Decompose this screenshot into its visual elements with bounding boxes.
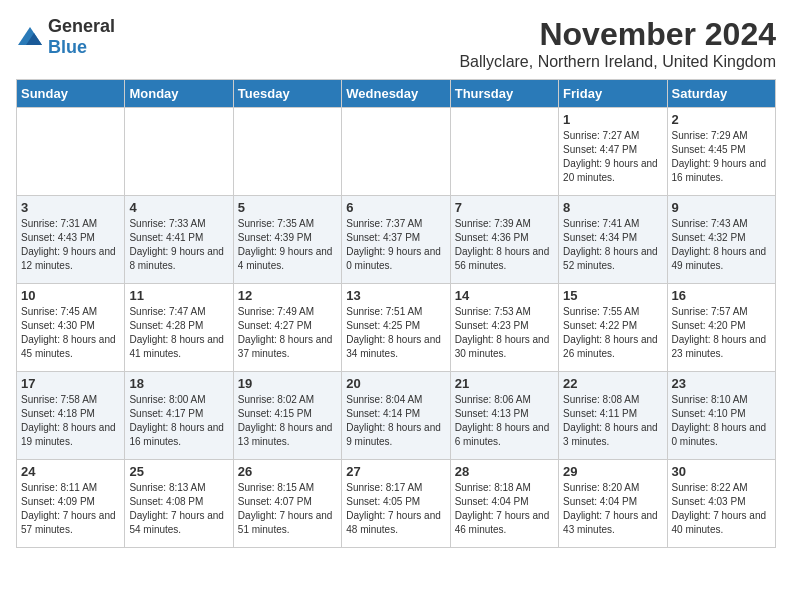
day-number: 7 — [455, 200, 554, 215]
header-sunday: Sunday — [17, 80, 125, 108]
logo: General Blue — [16, 16, 115, 58]
logo-icon — [16, 23, 44, 51]
day-info: Sunrise: 7:47 AM Sunset: 4:28 PM Dayligh… — [129, 305, 228, 361]
week-row-5: 24Sunrise: 8:11 AM Sunset: 4:09 PM Dayli… — [17, 460, 776, 548]
day-info: Sunrise: 8:04 AM Sunset: 4:14 PM Dayligh… — [346, 393, 445, 449]
day-info: Sunrise: 7:49 AM Sunset: 4:27 PM Dayligh… — [238, 305, 337, 361]
day-cell — [342, 108, 450, 196]
header: General Blue November 2024 Ballyclare, N… — [16, 16, 776, 71]
day-number: 20 — [346, 376, 445, 391]
day-info: Sunrise: 8:20 AM Sunset: 4:04 PM Dayligh… — [563, 481, 662, 537]
day-cell: 29Sunrise: 8:20 AM Sunset: 4:04 PM Dayli… — [559, 460, 667, 548]
day-cell: 18Sunrise: 8:00 AM Sunset: 4:17 PM Dayli… — [125, 372, 233, 460]
day-info: Sunrise: 7:51 AM Sunset: 4:25 PM Dayligh… — [346, 305, 445, 361]
day-cell: 5Sunrise: 7:35 AM Sunset: 4:39 PM Daylig… — [233, 196, 341, 284]
day-cell — [450, 108, 558, 196]
day-number: 9 — [672, 200, 771, 215]
day-info: Sunrise: 8:00 AM Sunset: 4:17 PM Dayligh… — [129, 393, 228, 449]
week-row-3: 10Sunrise: 7:45 AM Sunset: 4:30 PM Dayli… — [17, 284, 776, 372]
day-info: Sunrise: 8:15 AM Sunset: 4:07 PM Dayligh… — [238, 481, 337, 537]
day-info: Sunrise: 8:11 AM Sunset: 4:09 PM Dayligh… — [21, 481, 120, 537]
day-number: 28 — [455, 464, 554, 479]
logo-general: General — [48, 16, 115, 36]
month-title: November 2024 — [459, 16, 776, 53]
day-cell: 20Sunrise: 8:04 AM Sunset: 4:14 PM Dayli… — [342, 372, 450, 460]
day-cell: 2Sunrise: 7:29 AM Sunset: 4:45 PM Daylig… — [667, 108, 775, 196]
day-number: 12 — [238, 288, 337, 303]
day-number: 25 — [129, 464, 228, 479]
day-info: Sunrise: 8:13 AM Sunset: 4:08 PM Dayligh… — [129, 481, 228, 537]
day-info: Sunrise: 7:33 AM Sunset: 4:41 PM Dayligh… — [129, 217, 228, 273]
header-row: SundayMondayTuesdayWednesdayThursdayFrid… — [17, 80, 776, 108]
day-cell: 10Sunrise: 7:45 AM Sunset: 4:30 PM Dayli… — [17, 284, 125, 372]
day-number: 18 — [129, 376, 228, 391]
day-cell: 16Sunrise: 7:57 AM Sunset: 4:20 PM Dayli… — [667, 284, 775, 372]
day-info: Sunrise: 7:43 AM Sunset: 4:32 PM Dayligh… — [672, 217, 771, 273]
day-cell: 30Sunrise: 8:22 AM Sunset: 4:03 PM Dayli… — [667, 460, 775, 548]
day-info: Sunrise: 8:08 AM Sunset: 4:11 PM Dayligh… — [563, 393, 662, 449]
day-number: 26 — [238, 464, 337, 479]
day-number: 4 — [129, 200, 228, 215]
day-cell: 26Sunrise: 8:15 AM Sunset: 4:07 PM Dayli… — [233, 460, 341, 548]
day-number: 13 — [346, 288, 445, 303]
day-number: 24 — [21, 464, 120, 479]
day-cell: 11Sunrise: 7:47 AM Sunset: 4:28 PM Dayli… — [125, 284, 233, 372]
day-info: Sunrise: 7:37 AM Sunset: 4:37 PM Dayligh… — [346, 217, 445, 273]
header-tuesday: Tuesday — [233, 80, 341, 108]
day-number: 21 — [455, 376, 554, 391]
day-number: 6 — [346, 200, 445, 215]
day-cell: 6Sunrise: 7:37 AM Sunset: 4:37 PM Daylig… — [342, 196, 450, 284]
calendar-table: SundayMondayTuesdayWednesdayThursdayFrid… — [16, 79, 776, 548]
header-friday: Friday — [559, 80, 667, 108]
day-info: Sunrise: 8:18 AM Sunset: 4:04 PM Dayligh… — [455, 481, 554, 537]
week-row-2: 3Sunrise: 7:31 AM Sunset: 4:43 PM Daylig… — [17, 196, 776, 284]
day-cell: 1Sunrise: 7:27 AM Sunset: 4:47 PM Daylig… — [559, 108, 667, 196]
day-number: 8 — [563, 200, 662, 215]
day-info: Sunrise: 8:22 AM Sunset: 4:03 PM Dayligh… — [672, 481, 771, 537]
day-cell: 28Sunrise: 8:18 AM Sunset: 4:04 PM Dayli… — [450, 460, 558, 548]
day-number: 3 — [21, 200, 120, 215]
day-cell: 8Sunrise: 7:41 AM Sunset: 4:34 PM Daylig… — [559, 196, 667, 284]
day-cell: 17Sunrise: 7:58 AM Sunset: 4:18 PM Dayli… — [17, 372, 125, 460]
day-cell: 21Sunrise: 8:06 AM Sunset: 4:13 PM Dayli… — [450, 372, 558, 460]
logo-blue: Blue — [48, 37, 87, 57]
header-thursday: Thursday — [450, 80, 558, 108]
day-cell: 3Sunrise: 7:31 AM Sunset: 4:43 PM Daylig… — [17, 196, 125, 284]
day-info: Sunrise: 8:17 AM Sunset: 4:05 PM Dayligh… — [346, 481, 445, 537]
day-number: 10 — [21, 288, 120, 303]
day-number: 1 — [563, 112, 662, 127]
week-row-1: 1Sunrise: 7:27 AM Sunset: 4:47 PM Daylig… — [17, 108, 776, 196]
day-info: Sunrise: 7:55 AM Sunset: 4:22 PM Dayligh… — [563, 305, 662, 361]
day-number: 17 — [21, 376, 120, 391]
day-cell — [125, 108, 233, 196]
day-number: 2 — [672, 112, 771, 127]
day-cell: 24Sunrise: 8:11 AM Sunset: 4:09 PM Dayli… — [17, 460, 125, 548]
day-cell: 13Sunrise: 7:51 AM Sunset: 4:25 PM Dayli… — [342, 284, 450, 372]
day-number: 30 — [672, 464, 771, 479]
week-row-4: 17Sunrise: 7:58 AM Sunset: 4:18 PM Dayli… — [17, 372, 776, 460]
day-info: Sunrise: 7:39 AM Sunset: 4:36 PM Dayligh… — [455, 217, 554, 273]
day-number: 5 — [238, 200, 337, 215]
day-info: Sunrise: 8:02 AM Sunset: 4:15 PM Dayligh… — [238, 393, 337, 449]
day-info: Sunrise: 7:31 AM Sunset: 4:43 PM Dayligh… — [21, 217, 120, 273]
day-number: 29 — [563, 464, 662, 479]
day-number: 22 — [563, 376, 662, 391]
day-info: Sunrise: 7:58 AM Sunset: 4:18 PM Dayligh… — [21, 393, 120, 449]
day-number: 15 — [563, 288, 662, 303]
day-number: 27 — [346, 464, 445, 479]
day-number: 14 — [455, 288, 554, 303]
day-cell — [233, 108, 341, 196]
day-number: 11 — [129, 288, 228, 303]
day-number: 16 — [672, 288, 771, 303]
day-info: Sunrise: 8:10 AM Sunset: 4:10 PM Dayligh… — [672, 393, 771, 449]
day-number: 19 — [238, 376, 337, 391]
location-title: Ballyclare, Northern Ireland, United Kin… — [459, 53, 776, 71]
day-cell: 14Sunrise: 7:53 AM Sunset: 4:23 PM Dayli… — [450, 284, 558, 372]
day-number: 23 — [672, 376, 771, 391]
day-info: Sunrise: 7:45 AM Sunset: 4:30 PM Dayligh… — [21, 305, 120, 361]
day-cell: 27Sunrise: 8:17 AM Sunset: 4:05 PM Dayli… — [342, 460, 450, 548]
day-cell: 22Sunrise: 8:08 AM Sunset: 4:11 PM Dayli… — [559, 372, 667, 460]
header-saturday: Saturday — [667, 80, 775, 108]
day-cell: 9Sunrise: 7:43 AM Sunset: 4:32 PM Daylig… — [667, 196, 775, 284]
day-cell: 19Sunrise: 8:02 AM Sunset: 4:15 PM Dayli… — [233, 372, 341, 460]
